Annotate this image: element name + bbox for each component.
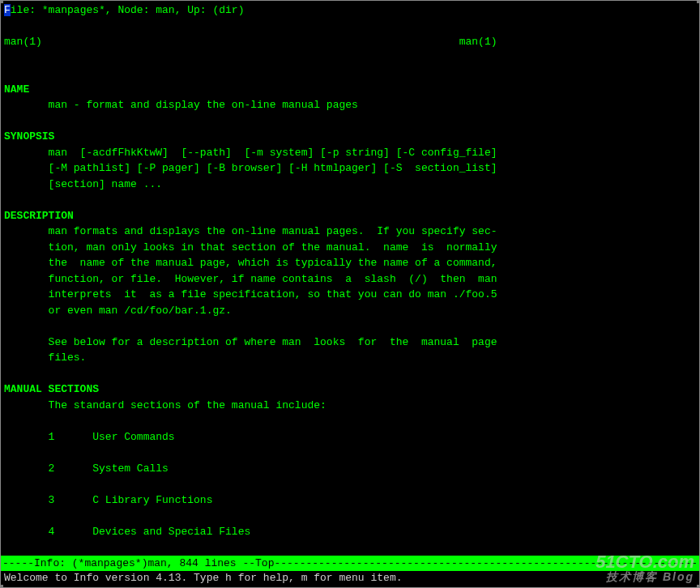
blank-line bbox=[4, 366, 696, 382]
selection-handle bbox=[697, 0, 700, 3]
blank-line bbox=[4, 192, 696, 208]
section-body-name: man - format and display the on-line man… bbox=[4, 97, 696, 113]
section-heading-manual-sections: MANUAL SECTIONS bbox=[4, 381, 696, 398]
blank-line bbox=[4, 19, 696, 35]
manual-sections-intro: The standard sections of the manual incl… bbox=[4, 398, 696, 414]
manual-section-row: 1 User Commands bbox=[4, 429, 696, 445]
manual-section-row: 2 System Calls bbox=[4, 461, 696, 477]
blank-line bbox=[4, 476, 696, 492]
blank-line bbox=[4, 50, 696, 82]
section-body-description: man formats and displays the on-line man… bbox=[4, 224, 696, 366]
terminal-viewport[interactable]: File: *manpages*, Node: man, Up: (dir) m… bbox=[1, 1, 699, 588]
info-header-line: File: *manpages*, Node: man, Up: (dir) bbox=[4, 2, 696, 19]
info-welcome-message: Welcome to Info version 4.13. Type h for… bbox=[4, 570, 402, 586]
info-header-text: ile: *manpages*, Node: man, Up: (dir) bbox=[11, 4, 245, 16]
section-body-synopsis: man [-acdfFhkKtwW] [--path] [-m system] … bbox=[4, 145, 696, 193]
blank-line bbox=[4, 508, 696, 524]
manual-section-row: 4 Devices and Special Files bbox=[4, 524, 696, 540]
manual-section-row: 3 C Library Functions bbox=[4, 492, 696, 509]
title-line: man(1) man(1) bbox=[4, 34, 696, 50]
section-heading-name: NAME bbox=[4, 82, 696, 98]
section-heading-description: DESCRIPTION bbox=[4, 208, 696, 224]
blank-line bbox=[4, 539, 696, 556]
info-status-bar: -----Info: (*manpages*)man, 844 lines --… bbox=[1, 556, 699, 572]
blank-line bbox=[4, 413, 696, 429]
blank-line bbox=[4, 113, 696, 130]
cursor: F bbox=[4, 4, 11, 16]
blank-line bbox=[4, 445, 696, 461]
selection-handle bbox=[0, 0, 3, 3]
section-heading-synopsis: SYNOPSIS bbox=[4, 129, 696, 145]
